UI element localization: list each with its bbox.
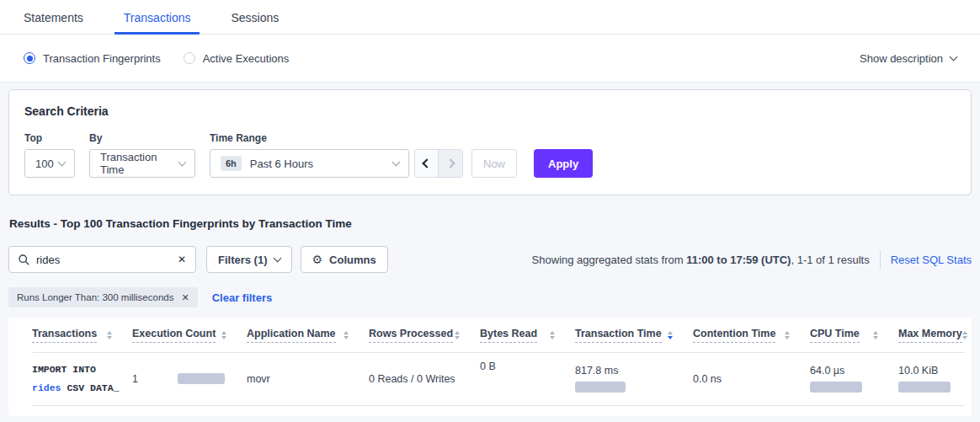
time-range-badge: 6h xyxy=(221,156,242,171)
transaction-table-link[interactable]: rides xyxy=(32,382,61,393)
column-header-cpu-time[interactable]: CPU Time xyxy=(810,328,898,343)
time-range-value: Past 6 Hours xyxy=(250,158,313,170)
chevron-down-icon xyxy=(392,158,401,166)
max-memory-bar xyxy=(898,382,951,393)
top-select-value: 100 xyxy=(35,158,54,170)
contention-time-cell: 0.0 ns xyxy=(693,373,810,385)
aggregated-stats-text: Showing aggregated stats from 11:00 to 1… xyxy=(532,254,870,266)
results-table: Transactions Execution Count Application… xyxy=(8,318,972,416)
execution-count-value: 1 xyxy=(132,373,138,385)
cpu-time-cell: 64.0 µs xyxy=(810,365,898,393)
column-header-execution-count[interactable]: Execution Count xyxy=(132,328,247,343)
top-field: Top 100 xyxy=(24,132,75,178)
tab-sessions[interactable]: Sessions xyxy=(221,11,288,35)
top-select[interactable]: 100 xyxy=(24,149,75,178)
sort-icon[interactable] xyxy=(107,331,112,339)
results-search-box[interactable]: ✕ xyxy=(8,246,196,273)
column-header-transaction-time[interactable]: Transaction Time xyxy=(575,328,693,343)
by-label: By xyxy=(89,132,195,144)
by-select[interactable]: Transaction Time xyxy=(89,149,195,178)
column-header-contention-time[interactable]: Contention Time xyxy=(693,328,810,343)
transaction-time-bar xyxy=(575,382,626,393)
execution-count-bar xyxy=(178,373,225,384)
sort-icon[interactable] xyxy=(455,331,460,339)
search-criteria-controls: Top 100 By Transaction Time Time Range 6… xyxy=(24,132,956,178)
time-range-next-button[interactable] xyxy=(439,150,462,177)
column-header-rows-processed[interactable]: Rows Processed xyxy=(369,328,480,343)
cpu-time-bar xyxy=(810,382,862,393)
application-name-cell: movr xyxy=(247,373,369,385)
vertical-divider xyxy=(880,250,881,269)
chevron-left-icon xyxy=(422,158,431,168)
transaction-line1: IMPORT INTO xyxy=(32,361,132,379)
column-header-bytes-read[interactable]: Bytes Read xyxy=(480,328,575,343)
page-content: Search Criteria Top 100 By Transaction T… xyxy=(0,83,980,416)
filter-tag[interactable]: Runs Longer Than: 300 milliseconds ✕ xyxy=(8,287,198,307)
gear-icon: ⚙ xyxy=(312,253,323,266)
time-range-field: Time Range 6h Past 6 Hours xyxy=(210,132,409,178)
radio-transaction-fingerprints[interactable]: Transaction Fingerprints xyxy=(24,52,161,65)
sort-icon[interactable] xyxy=(873,331,878,339)
filter-tags-row: Runs Longer Than: 300 milliseconds ✕ Cle… xyxy=(8,287,972,307)
max-memory-cell: 10.0 KiB xyxy=(898,365,966,393)
bytes-read-cell: 0 B xyxy=(480,361,575,372)
by-field: By Transaction Time xyxy=(89,132,195,178)
results-heading: Results - Top 100 Transaction Fingerprin… xyxy=(9,217,972,230)
search-criteria-title: Search Criteria xyxy=(24,104,956,118)
apply-button[interactable]: Apply xyxy=(534,149,593,178)
table-header-row: Transactions Execution Count Application… xyxy=(32,318,965,353)
tab-statements[interactable]: Statements xyxy=(14,11,93,35)
time-range-label: Time Range xyxy=(210,132,409,144)
reset-sql-stats-link[interactable]: Reset SQL Stats xyxy=(891,254,972,266)
max-memory-value: 10.0 KiB xyxy=(898,365,966,377)
by-select-value: Transaction Time xyxy=(100,151,179,176)
radio-selected-icon[interactable] xyxy=(24,52,35,64)
sort-icon[interactable] xyxy=(785,331,790,339)
filters-button[interactable]: Filters (1) xyxy=(206,246,292,273)
transaction-fingerprint-cell[interactable]: IMPORT INTO rides CSV DATA_ xyxy=(32,361,132,398)
now-button[interactable]: Now xyxy=(471,149,517,178)
transaction-line2: rides CSV DATA_ xyxy=(32,379,132,398)
radio-label: Transaction Fingerprints xyxy=(43,52,161,65)
sort-icon[interactable] xyxy=(962,331,967,339)
transaction-time-cell: 817.8 ms xyxy=(575,365,693,393)
tab-transactions[interactable]: Transactions xyxy=(115,11,200,35)
search-icon xyxy=(19,254,29,265)
remove-filter-icon[interactable]: ✕ xyxy=(181,292,189,303)
transaction-time-value: 817.8 ms xyxy=(575,365,693,377)
radio-active-executions[interactable]: Active Executions xyxy=(184,52,290,65)
view-toggle-row: Transaction Fingerprints Active Executio… xyxy=(0,35,980,83)
search-input[interactable] xyxy=(36,254,178,266)
chevron-down-icon xyxy=(950,52,958,61)
columns-button[interactable]: ⚙ Columns xyxy=(301,246,388,273)
column-header-max-memory[interactable]: Max Memory xyxy=(898,328,966,343)
sort-icon[interactable] xyxy=(221,331,226,339)
sort-icon[interactable] xyxy=(344,331,349,339)
column-header-transactions[interactable]: Transactions xyxy=(32,328,132,343)
page-tabs: Statements Transactions Sessions xyxy=(0,0,980,35)
transaction-rest: CSV DATA_ xyxy=(61,382,120,393)
sort-icon[interactable] xyxy=(550,331,555,339)
time-range-prev-button[interactable] xyxy=(415,150,439,177)
table-row: IMPORT INTO rides CSV DATA_ 1 movr 0 Rea… xyxy=(32,353,965,406)
rows-processed-cell: 0 Reads / 0 Writes xyxy=(369,373,480,385)
clear-filters-link[interactable]: Clear filters xyxy=(212,291,273,304)
chevron-down-icon xyxy=(58,158,67,166)
results-controls: ✕ Filters (1) ⚙ Columns Showing aggregat… xyxy=(8,246,972,273)
filters-button-label: Filters (1) xyxy=(218,254,268,266)
time-range-select[interactable]: 6h Past 6 Hours xyxy=(210,149,409,178)
radio-label: Active Executions xyxy=(203,52,290,65)
chevron-down-icon xyxy=(273,254,281,262)
stats-suffix: , 1-1 of 1 results xyxy=(791,254,869,266)
search-clear-icon[interactable]: ✕ xyxy=(178,254,186,265)
sort-icon[interactable] xyxy=(668,331,673,339)
columns-button-label: Columns xyxy=(329,254,376,266)
chevron-right-icon xyxy=(445,158,455,168)
stats-time-range: 11:00 to 17:59 (UTC) xyxy=(686,254,791,266)
cpu-time-value: 64.0 µs xyxy=(810,365,898,377)
column-header-application-name[interactable]: Application Name xyxy=(247,328,369,343)
show-description-label: Show description xyxy=(860,52,943,65)
radio-unselected-icon[interactable] xyxy=(184,52,195,64)
time-range-nav xyxy=(414,149,463,178)
show-description-toggle[interactable]: Show description xyxy=(860,52,956,65)
